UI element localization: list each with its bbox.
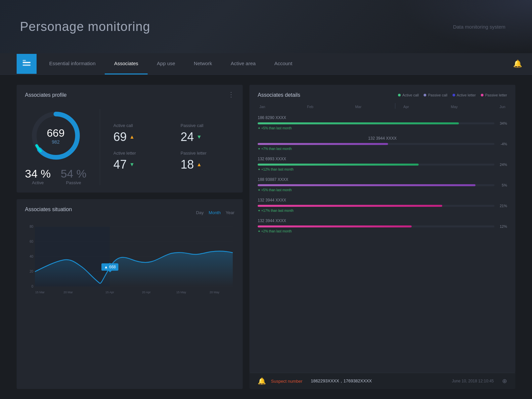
nav-activearea[interactable]: Active area: [221, 53, 265, 74]
stat-passive-call-value: 24: [181, 130, 194, 144]
svg-text:15 May: 15 May: [176, 291, 186, 294]
legend-active-call: Active call: [398, 93, 419, 97]
passive-percentage: 54 %: [61, 167, 87, 180]
nav-appuse[interactable]: App use: [148, 53, 185, 74]
active-percentage: 34 %: [25, 167, 51, 180]
details-header: Associates details Active call Passive c…: [258, 92, 507, 98]
more-options-icon[interactable]: ⋮: [228, 90, 234, 98]
nav-essential[interactable]: Essential information: [40, 53, 105, 74]
month-mar: Mar: [355, 105, 361, 109]
suspect-nav-icon[interactable]: ⊕: [502, 377, 507, 385]
svg-text:20: 20: [30, 270, 34, 273]
donut-sub-value: 982: [47, 139, 65, 145]
month-jun: Jun: [499, 105, 505, 109]
bar-track-5: [258, 205, 494, 207]
stat-passive-letter-row: 18 ▲: [181, 158, 234, 172]
bar-fill-5: [258, 205, 442, 207]
stat-passive-call-label: Passive call: [181, 123, 234, 128]
stat-active-letter-row: 47 ▼: [113, 158, 167, 172]
svg-text:15 Mar: 15 Mar: [35, 291, 45, 294]
page-title: Personage monitoring: [20, 20, 150, 34]
stat-active-call-label: Active call: [113, 123, 167, 128]
bar-row-5: 21%: [258, 204, 507, 208]
main-content: Associates profile ⋮ 669 982: [0, 75, 532, 399]
bar-row-6: 12%: [258, 224, 507, 228]
stat-passive-call: Passive call 24 ▼: [181, 123, 234, 144]
nav-logo[interactable]: [17, 54, 37, 74]
associates-details-card: Associates details Active call Passive c…: [249, 85, 515, 373]
active-label: Active: [25, 180, 51, 185]
stat-passive-letter: Passive letter 18 ▲: [181, 151, 234, 172]
bar-name-1: 186 8290 XXXX: [258, 115, 507, 120]
bar-pct-6: 12%: [497, 224, 507, 228]
suspect-time: June 10, 2018 12:10:45: [452, 379, 494, 383]
stat-active-letter-label: Active letter: [113, 151, 167, 156]
svg-text:40: 40: [30, 255, 34, 258]
svg-text:20 Mar: 20 Mar: [64, 291, 73, 294]
stat-passive-letter-value: 18: [181, 158, 194, 172]
svg-text:15 Apr: 15 Apr: [105, 291, 114, 294]
bar-change-6: ✦ +2% than last month: [258, 229, 507, 233]
stat-active-call: Active call 69 ▲: [113, 123, 167, 144]
bar-fill-2: [258, 143, 388, 145]
bar-track-3: [258, 164, 494, 166]
header: Personage monitoring Data monitoring sys…: [0, 0, 532, 53]
bar-entry-6: 132 3944 XXXX 12% ✦ +2% than last month: [258, 218, 507, 233]
passive-pct-item: 54 % Passive: [61, 167, 87, 185]
legend-passive-call: Passive call: [424, 93, 447, 97]
tab-year[interactable]: Year: [226, 210, 234, 215]
bar-change-1: ✦ +5% than last month: [258, 126, 507, 130]
left-panel: Associates profile ⋮ 669 982: [17, 85, 243, 389]
bar-pct-1: 34%: [497, 121, 507, 125]
bar-name-3: 132 6993 XXXX: [258, 157, 507, 161]
tab-month[interactable]: Month: [209, 210, 221, 215]
arrow-down-icon: ▼: [197, 134, 202, 140]
legend-label-active-letter: Active letter: [457, 93, 476, 97]
bar-fill-6: [258, 225, 412, 227]
nav-associates[interactable]: Associates: [105, 53, 148, 74]
stats-grid: Active call 69 ▲ Passive call 24 ▼: [113, 123, 234, 172]
stat-passive-call-row: 24 ▼: [181, 130, 234, 144]
suspect-bar: 🔔 Suspect number 1862293XXXX，1769382XXXX…: [249, 373, 515, 389]
stat-active-call-value: 69: [113, 130, 127, 144]
bar-entry-3: 132 6993 XXXX 24% ✦ +12% than last month: [258, 157, 507, 171]
legend-label-active-call: Active call: [402, 93, 419, 97]
bell-icon[interactable]: 🔔: [513, 60, 522, 68]
stat-active-call-row: 69 ▲: [113, 130, 167, 144]
donut-main-value: 669: [47, 127, 65, 139]
legend-passive-letter: Passive letter: [481, 93, 507, 97]
bar-name-6: 132 3944 XXXX: [258, 218, 507, 223]
stat-active-letter: Active letter 47 ▼: [113, 151, 167, 172]
bar-pct-2: -4%: [497, 142, 507, 146]
active-pct-item: 34 % Active: [25, 167, 51, 185]
month-jan: Jan: [259, 105, 265, 109]
bar-change-3: ✦ +12% than last month: [258, 168, 507, 171]
situation-header: Associates situation Day Month Year: [25, 206, 234, 218]
svg-rect-2: [23, 60, 26, 61]
nav-network[interactable]: Network: [185, 53, 221, 74]
arrow-up-icon-2: ▲: [197, 162, 202, 168]
bar-name-2: 132 3944 XXXX: [258, 136, 507, 141]
legend-active-letter: Active letter: [453, 93, 476, 97]
bar-row-1: 34%: [258, 121, 507, 125]
nav-items: Essential information Associates App use…: [40, 53, 513, 74]
legend-dot-active-call: [398, 94, 401, 96]
bar-track-4: [258, 184, 494, 186]
stat-passive-letter-label: Passive letter: [181, 151, 234, 156]
profile-card-body: 669 982 34 % Active 54 % Passive: [25, 109, 234, 185]
bar-entry-5: 132 3944 XXXX 21% ✦ +17% than last month: [258, 198, 507, 212]
donut-center: 669 982: [47, 127, 65, 145]
legend-dot-passive-letter: [481, 94, 483, 96]
nav-account[interactable]: Account: [265, 53, 302, 74]
subtitle: Data monitoring system: [453, 24, 505, 30]
tab-day[interactable]: Day: [196, 210, 203, 215]
nav-bar: Essential information Associates App use…: [0, 53, 532, 75]
legend-dot-active-letter: [453, 94, 455, 96]
bar-entry-1: 186 8290 XXXX 34% ✦ +5% than last month: [258, 115, 507, 130]
chart-tooltip: ▲ 668: [101, 263, 118, 271]
bar-row-2: -4%: [258, 142, 507, 146]
time-tabs: Day Month Year: [196, 210, 234, 215]
svg-rect-0: [23, 62, 31, 63]
month-feb: Feb: [307, 105, 313, 109]
arrow-up-icon: ▲: [129, 134, 135, 140]
